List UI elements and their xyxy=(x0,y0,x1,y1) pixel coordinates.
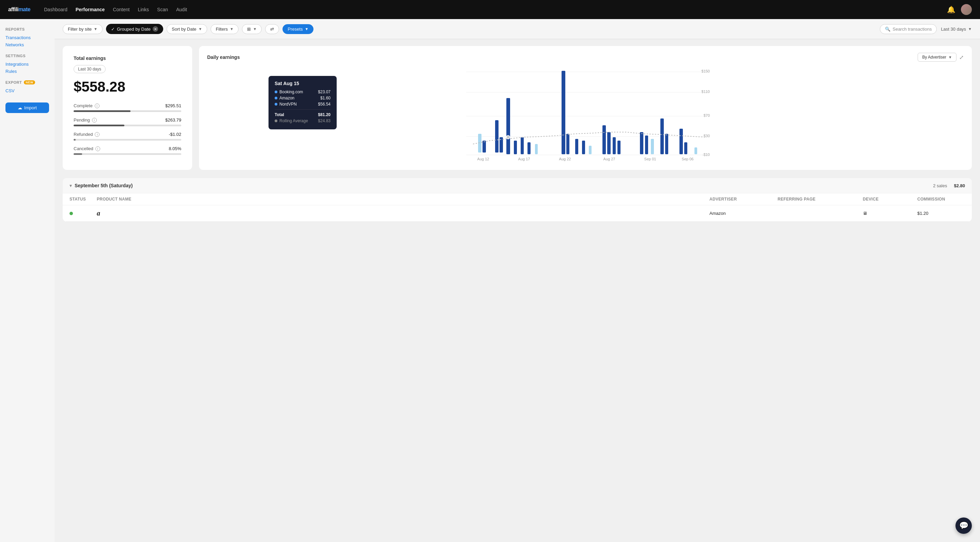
complete-progress-bar xyxy=(73,110,181,112)
stat-pending-value: $263.79 xyxy=(165,117,181,122)
col-status: Status xyxy=(70,197,97,201)
chart-title: Daily earnings xyxy=(207,54,240,60)
svg-rect-34 xyxy=(640,132,643,154)
svg-rect-36 xyxy=(651,139,654,154)
svg-text:$70: $70 xyxy=(704,113,710,117)
by-advertiser-button[interactable]: By Advertiser ▼ xyxy=(918,53,956,62)
row-commission: $1.20 xyxy=(917,211,965,216)
check-icon: ✓ xyxy=(111,27,115,32)
search-icon: 🔍 xyxy=(885,27,890,32)
group-stats: 2 sales $2.80 xyxy=(933,183,965,188)
presets-button[interactable]: Presets ▼ xyxy=(283,24,313,34)
filters-button[interactable]: Filters ▼ xyxy=(211,24,239,34)
filter-by-site-button[interactable]: Filter by site ▼ xyxy=(63,24,103,34)
stat-cancelled-value: 8.05% xyxy=(169,146,181,151)
chart-controls: By Advertiser ▼ ⤢ xyxy=(918,53,964,62)
top-navigation: affilimate Dashboard Performance Content… xyxy=(0,0,980,19)
notification-bell-icon[interactable]: 🔔 xyxy=(947,5,956,14)
app-logo: affilimate xyxy=(8,6,30,13)
chart-area: $150 $110 $70 $30 -$10 xyxy=(207,66,964,161)
stat-pending-row: Pending i $263.79 xyxy=(73,117,181,122)
sidebar-item-csv[interactable]: CSV xyxy=(5,87,49,94)
sidebar-item-integrations[interactable]: Integrations xyxy=(5,60,49,68)
toolbar-right: 🔍 Search transactions Last 30 days ▼ xyxy=(880,24,972,34)
dashboard-cards: Total earnings Last 30 days $558.28 Comp… xyxy=(63,46,972,170)
chart-header: Daily earnings By Advertiser ▼ ⤢ xyxy=(207,53,964,62)
export-new-badge: NEW xyxy=(24,80,35,84)
sidebar: REPORTS Transactions Networks SETTINGS I… xyxy=(0,19,54,542)
svg-rect-24 xyxy=(535,144,538,154)
svg-point-42 xyxy=(506,135,510,139)
date-range-picker[interactable]: Last 30 days ▼ xyxy=(941,27,972,32)
nav-performance[interactable]: Performance xyxy=(76,7,105,12)
import-button[interactable]: ☁ Import xyxy=(5,103,49,113)
expand-icon[interactable]: ⤢ xyxy=(959,54,964,60)
group-sales-count: 2 sales xyxy=(933,183,947,188)
col-product: Product name xyxy=(97,197,710,201)
sort-by-date-button[interactable]: Sort by Date ▼ xyxy=(167,24,207,34)
cancelled-info-icon[interactable]: i xyxy=(95,146,100,151)
nav-right: 🔔 xyxy=(947,4,972,15)
group-date-title: September 5th (Saturday) xyxy=(75,183,132,188)
complete-info-icon[interactable]: i xyxy=(95,103,100,108)
col-commission: Commission xyxy=(917,197,965,201)
svg-rect-26 xyxy=(566,134,570,154)
sidebar-item-networks[interactable]: Networks xyxy=(5,41,49,48)
total-earnings-card: Total earnings Last 30 days $558.28 Comp… xyxy=(63,46,192,170)
col-referring: Referring Page xyxy=(778,197,863,201)
columns-button[interactable]: ⊞ ▼ xyxy=(242,24,262,34)
svg-rect-18 xyxy=(495,120,498,152)
group-header-sep5[interactable]: ▾ September 5th (Saturday) 2 sales $2.80 xyxy=(63,178,972,193)
sidebar-item-rules[interactable]: Rules xyxy=(5,68,49,75)
chevron-down-icon: ▼ xyxy=(198,27,202,31)
daily-earnings-card: Daily earnings By Advertiser ▼ ⤢ xyxy=(199,46,972,170)
reports-section-label: REPORTS xyxy=(5,27,49,31)
earnings-period-badge: Last 30 days xyxy=(73,65,106,73)
svg-rect-28 xyxy=(582,141,585,154)
sliders-icon: ⇄ xyxy=(270,27,274,32)
svg-rect-17 xyxy=(482,141,486,152)
col-device: Device xyxy=(863,197,917,201)
svg-text:$110: $110 xyxy=(702,90,710,94)
chevron-down-icon: ▼ xyxy=(230,27,234,31)
import-icon: ☁ xyxy=(18,105,22,110)
svg-rect-40 xyxy=(684,142,687,154)
adjust-icon-button[interactable]: ⇄ xyxy=(265,24,279,34)
table-row: a Amazon 🖥 $1.20 xyxy=(63,205,972,222)
page-content: Total earnings Last 30 days $558.28 Comp… xyxy=(54,39,980,228)
group-amount: $2.80 xyxy=(954,183,965,188)
refunded-progress-bar xyxy=(73,139,181,141)
row-status xyxy=(70,212,97,215)
svg-rect-20 xyxy=(506,98,510,154)
svg-rect-23 xyxy=(528,142,531,154)
close-icon[interactable]: ✕ xyxy=(153,26,158,32)
nav-content[interactable]: Content xyxy=(113,7,129,12)
chat-button[interactable]: 💬 xyxy=(956,518,972,534)
nav-links[interactable]: Links xyxy=(138,7,149,12)
chevron-down-icon: ▼ xyxy=(94,27,97,31)
stat-cancelled-label: Cancelled i xyxy=(73,146,100,151)
nav-dashboard[interactable]: Dashboard xyxy=(44,7,67,12)
chevron-down-icon: ▼ xyxy=(253,27,256,31)
pending-info-icon[interactable]: i xyxy=(92,118,97,122)
collapse-icon: ▾ xyxy=(70,183,72,188)
svg-rect-30 xyxy=(603,125,606,154)
settings-section-label: SETTINGS xyxy=(5,54,49,58)
stat-complete-value: $295.51 xyxy=(165,103,181,108)
refunded-info-icon[interactable]: i xyxy=(95,132,100,137)
earnings-total-amount: $558.28 xyxy=(73,79,181,95)
chevron-down-icon: ▼ xyxy=(948,55,952,59)
columns-icon: ⊞ xyxy=(247,27,251,32)
user-avatar[interactable] xyxy=(961,4,972,15)
grouped-by-date-button[interactable]: ✓ Grouped by Date ✕ xyxy=(106,24,163,34)
svg-text:$150: $150 xyxy=(702,69,710,73)
chevron-down-icon: ▼ xyxy=(305,27,309,31)
svg-text:Aug 22: Aug 22 xyxy=(559,157,571,161)
nav-audit[interactable]: Audit xyxy=(176,7,187,12)
svg-text:Aug 27: Aug 27 xyxy=(603,157,616,161)
sidebar-item-transactions[interactable]: Transactions xyxy=(5,34,49,41)
stat-refunded-value: -$1.02 xyxy=(169,132,181,137)
status-dot-active xyxy=(70,212,73,215)
search-transactions-box[interactable]: 🔍 Search transactions xyxy=(880,24,937,34)
nav-scan[interactable]: Scan xyxy=(157,7,168,12)
